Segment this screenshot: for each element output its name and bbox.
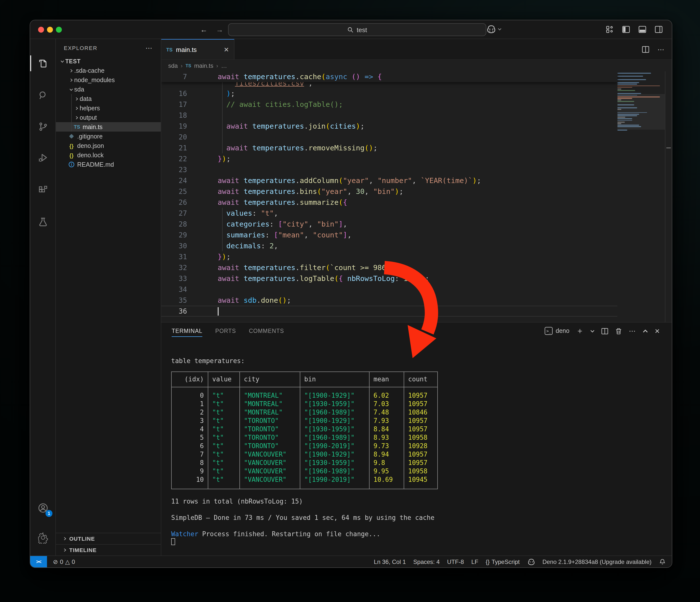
table-row: 0"t""MONTREAL""[1900-1929]"6.0210957 bbox=[171, 387, 438, 400]
close-tab-icon[interactable]: ✕ bbox=[224, 46, 229, 53]
code-line-28[interactable]: 28 categories: ["city", "bin"], bbox=[161, 219, 617, 229]
chevron-down-icon[interactable] bbox=[590, 329, 595, 333]
breadcrumb-file[interactable]: main.ts bbox=[194, 62, 213, 69]
remote-indicator[interactable]: >< bbox=[30, 556, 47, 568]
tree-item-deno-json[interactable]: {}deno.json bbox=[56, 141, 161, 150]
settings-button[interactable] bbox=[30, 528, 55, 548]
code-line-35[interactable]: 35await sdb.done(); bbox=[161, 295, 617, 306]
sidebar-item-testing[interactable] bbox=[30, 212, 55, 232]
code-line-clipped[interactable]: files/cities.csv`, bbox=[161, 82, 617, 88]
cursor-position[interactable]: Ln 36, Col 1 bbox=[374, 558, 406, 565]
code-line-27[interactable]: 27 values: "t", bbox=[161, 208, 617, 219]
column-header-mean: mean bbox=[369, 372, 404, 387]
explorer-actions-icon[interactable]: ⋯ bbox=[146, 44, 153, 52]
deno-status[interactable]: Deno 2.1.9+28834a8 (Upgrade available) bbox=[543, 558, 651, 565]
sticky-scroll-line[interactable]: 7await temperatures.cache(async () => { bbox=[161, 71, 617, 82]
back-arrow-icon[interactable]: ← bbox=[198, 25, 209, 34]
typescript-file-icon: TS bbox=[166, 47, 173, 52]
code-line-32[interactable]: 32await temperatures.filter(`count >= 98… bbox=[161, 262, 617, 273]
minimize-traffic-light[interactable] bbox=[47, 27, 53, 33]
code-line-18[interactable]: 18 bbox=[161, 110, 617, 121]
accounts-button[interactable]: 1 bbox=[30, 498, 55, 518]
panel-tab-terminal[interactable]: TERMINAL bbox=[172, 323, 202, 339]
code-line-34[interactable]: 34 bbox=[161, 284, 617, 295]
timeline-section[interactable]: TIMELINE bbox=[56, 544, 161, 555]
maximize-panel-chevron-up-icon[interactable] bbox=[643, 328, 648, 334]
sidebar-item-source-control[interactable] bbox=[30, 117, 55, 136]
split-editor-icon[interactable] bbox=[642, 45, 650, 53]
code-line-19[interactable]: 19 await temperatures.join(cities); bbox=[161, 121, 617, 131]
problems-status[interactable]: ⊘ 0 △ 0 bbox=[53, 558, 75, 565]
notifications-bell[interactable] bbox=[659, 558, 666, 565]
code-line-22[interactable]: 22}); bbox=[161, 153, 617, 164]
minimap-viewport[interactable] bbox=[617, 94, 665, 130]
toggle-primary-sidebar-icon[interactable] bbox=[622, 25, 630, 34]
sidebar-item-run-debug[interactable] bbox=[30, 148, 55, 168]
code-line-17[interactable]: 17 // await cities.logTable(); bbox=[161, 99, 617, 110]
language-mode[interactable]: {} TypeScript bbox=[486, 558, 520, 565]
code-line-21[interactable]: 21 await temperatures.removeMissing(); bbox=[161, 143, 617, 153]
errors-count: 0 bbox=[60, 558, 63, 565]
outline-section[interactable]: OUTLINE bbox=[56, 533, 161, 544]
tab-main-ts[interactable]: TS main.ts ✕ bbox=[161, 39, 234, 59]
code-line-29[interactable]: 29 summaries: ["mean", "count"], bbox=[161, 229, 617, 241]
code-line-33[interactable]: 33await temperatures.logTable({ nbRowsTo… bbox=[161, 273, 617, 284]
customize-layout-icon[interactable] bbox=[605, 25, 614, 34]
terminal-instance[interactable]: >_ deno bbox=[545, 327, 570, 335]
more-actions-icon[interactable]: ⋯ bbox=[657, 45, 665, 53]
forward-arrow-icon[interactable]: → bbox=[214, 25, 225, 34]
breadcrumb-folder[interactable]: sda bbox=[168, 62, 178, 69]
new-terminal-icon[interactable]: ＋ bbox=[576, 326, 584, 336]
typescript-file-icon: TS bbox=[73, 124, 81, 130]
tree-item-label: .gitignore bbox=[77, 133, 103, 140]
terminal-shell-label: deno bbox=[556, 327, 570, 334]
code-line-23[interactable]: 23 bbox=[161, 164, 617, 175]
close-panel-icon[interactable]: ✕ bbox=[654, 327, 660, 335]
tree-item-test[interactable]: TEST bbox=[56, 56, 161, 66]
sidebar-item-search[interactable] bbox=[30, 85, 55, 105]
tree-item--gitignore[interactable]: .gitignore bbox=[56, 131, 161, 141]
toggle-secondary-sidebar-icon[interactable] bbox=[654, 25, 663, 34]
code-editor[interactable]: files/cities.csv`,16 );17 // await citie… bbox=[161, 71, 672, 322]
minimap[interactable] bbox=[617, 71, 665, 322]
code-line-20[interactable]: 20 bbox=[161, 131, 617, 143]
close-traffic-light[interactable] bbox=[38, 27, 44, 33]
copilot-menu[interactable] bbox=[486, 24, 502, 34]
breadcrumb[interactable]: sda › TS main.ts › … bbox=[161, 60, 672, 71]
kill-terminal-trash-icon[interactable] bbox=[615, 327, 622, 335]
eol-sequence[interactable]: LF bbox=[471, 558, 478, 565]
tree-item--sda-cache[interactable]: .sda-cache bbox=[56, 66, 161, 75]
panel-tab-ports[interactable]: PORTS bbox=[215, 323, 236, 339]
table-row: 2"t""MONTREAL""[1960-1989]"7.4810846 bbox=[171, 408, 438, 417]
tree-item-readme-md[interactable]: README.md bbox=[56, 160, 161, 169]
sidebar-item-explorer[interactable] bbox=[30, 53, 55, 73]
column-header-count: count bbox=[404, 372, 438, 387]
maximize-traffic-light[interactable] bbox=[56, 27, 62, 33]
tree-item-sda[interactable]: sda bbox=[56, 84, 161, 94]
encoding[interactable]: UTF-8 bbox=[447, 558, 464, 565]
panel-tab-comments[interactable]: COMMENTS bbox=[249, 323, 284, 339]
terminal-output[interactable]: table temperatures:(idx)valuecitybinmean… bbox=[161, 339, 672, 555]
tree-chevron bbox=[68, 68, 74, 73]
toggle-panel-icon[interactable] bbox=[638, 25, 647, 34]
code-line-16[interactable]: 16 ); bbox=[161, 88, 617, 99]
tree-item-node-modules[interactable]: node_modules bbox=[56, 75, 161, 84]
split-terminal-icon[interactable] bbox=[601, 327, 608, 335]
code-line-30[interactable]: 30 decimals: 2, bbox=[161, 241, 617, 251]
command-center-search[interactable]: test bbox=[228, 23, 486, 36]
code-line-31[interactable]: 31}); bbox=[161, 251, 617, 262]
indentation[interactable]: Spaces: 4 bbox=[413, 558, 440, 565]
code-line-36[interactable]: 36 bbox=[161, 306, 617, 317]
copilot-icon bbox=[486, 24, 496, 34]
tree-item-deno-lock[interactable]: {}deno.lock bbox=[56, 150, 161, 160]
sidebar-item-extensions[interactable] bbox=[30, 180, 55, 200]
code-line-26[interactable]: 26await temperatures.summarize({ bbox=[161, 197, 617, 208]
copilot-status[interactable] bbox=[527, 558, 535, 566]
terminal-prompt-line bbox=[171, 538, 672, 546]
code-line-25[interactable]: 25await temperatures.bins("year", 30, "b… bbox=[161, 186, 617, 197]
breadcrumb-symbol[interactable]: … bbox=[221, 62, 227, 69]
chevron-right-icon bbox=[69, 68, 73, 73]
editor-scrollbar[interactable] bbox=[665, 71, 672, 322]
code-line-24[interactable]: 24await temperatures.addColumn("year", "… bbox=[161, 175, 617, 186]
panel-more-actions-icon[interactable]: ⋯ bbox=[629, 327, 636, 335]
